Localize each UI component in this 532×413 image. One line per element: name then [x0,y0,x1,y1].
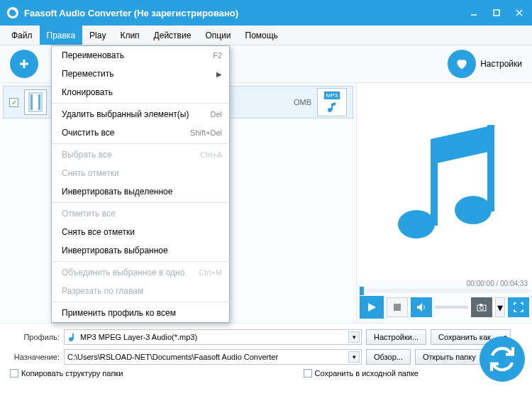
edit-menu-dropdown: ПереименоватьF2 Переместить▶ Клонировать… [51,45,230,323]
browse-button[interactable]: Обзор... [366,349,411,365]
chevron-down-icon[interactable]: ▾ [348,351,360,363]
separator [52,143,229,144]
preview-area [357,83,532,280]
svg-rect-30 [72,334,74,339]
svg-point-19 [455,196,492,224]
svg-marker-25 [417,303,422,312]
separator [52,302,229,302]
heart-icon [448,50,476,78]
menu-invert-selection[interactable]: Инвертировать выделенное [52,182,229,201]
svg-point-27 [480,307,484,310]
maximize-button[interactable] [487,4,506,21]
stop-button[interactable] [387,297,408,317]
separator [52,103,229,104]
snapshot-button[interactable] [471,297,492,317]
app-logo-icon [6,6,20,20]
file-checkbox[interactable]: ✓ [9,98,18,107]
music-file-icon [326,101,338,114]
svg-rect-28 [480,304,482,306]
chevron-right-icon: ▶ [216,70,222,78]
menu-action[interactable]: Действие [147,26,199,45]
file-thumb-icon [24,89,47,115]
play-button[interactable] [360,296,384,319]
menu-help[interactable]: Помощь [238,26,285,45]
music-note-icon [388,118,501,246]
title-bar: Faasoft Audio Converter (Не зарегистриро… [0,0,532,26]
profile-value: MP3 MPEG Layer-3 Audio(*.mp3) [80,333,197,341]
plus-icon [10,50,38,78]
profile-combobox[interactable]: MP3 MPEG Layer-3 Audio(*.mp3) ▾ [64,329,362,345]
menu-invert-checked[interactable]: Инвертировать выбранное [52,241,229,260]
player-controls: ▾ [357,296,532,323]
menu-uncheck-all[interactable]: Снять все отметки [52,223,229,241]
window-title: Faasoft Audio Converter (Не зарегистриро… [24,8,464,18]
menu-clone[interactable]: Клонировать [52,83,229,101]
menu-file[interactable]: Файл [4,26,40,45]
output-format-badge[interactable]: MP3 [317,88,347,116]
volume-slider[interactable] [435,306,468,309]
menu-select-all: Выбрать всеCtrl+A [52,145,229,164]
svg-marker-23 [368,303,376,312]
menu-rename[interactable]: ПереименоватьF2 [52,46,229,65]
settings-label: Настройки [480,59,522,69]
menu-uncheck: Снять отметки [52,164,229,182]
profile-label: Профиль: [7,333,60,341]
save-source-folder-checkbox[interactable]: Сохранить в исходной папке [304,369,419,378]
settings-button[interactable]: Настройки [448,50,522,78]
menu-bar: Файл Правка Play Клип Действие Опции Пом… [0,26,532,45]
menu-check-all: Отметить все [52,204,229,223]
menu-split: Разрезать по главам [52,282,229,300]
file-size: OMB [294,98,311,106]
fullscreen-button[interactable] [508,297,529,317]
svg-rect-15 [38,94,40,110]
menu-move[interactable]: Переместить▶ [52,65,229,83]
convert-button[interactable] [480,336,525,382]
dest-label: Назначение: [7,353,60,361]
menu-delete[interactable]: Удалить выбранный элемент(ы)Del [52,105,229,123]
dest-value: C:\Users\RSLOAD-NET\Documents\Faasoft Au… [67,353,278,361]
menu-options[interactable]: Опции [198,26,238,45]
profile-icon [67,332,77,342]
svg-rect-24 [394,304,401,311]
svg-rect-14 [31,94,33,110]
menu-play[interactable]: Play [82,26,113,45]
svg-marker-22 [431,125,494,165]
menu-apply-profile[interactable]: Применить профиль ко всем [52,304,229,322]
close-button[interactable] [509,4,529,21]
profile-settings-button[interactable]: Настройки... [366,329,426,345]
menu-merge: Объединить выбранное в одноCtrl+M [52,263,229,282]
preview-pane: 00:00:00 / 00:04:33 ▾ [356,83,532,323]
time-display: 00:00:00 / 00:04:33 [357,280,532,289]
keep-structure-checkbox[interactable]: Копировать структуру папки [10,369,123,378]
separator [52,261,229,262]
refresh-icon [488,345,516,373]
format-tag: MP3 [324,92,340,99]
svg-point-18 [398,210,435,238]
seek-slider[interactable] [360,289,529,293]
bottom-panel: Профиль: MP3 MPEG Layer-3 Audio(*.mp3) ▾… [0,324,532,387]
dest-input[interactable]: C:\Users\RSLOAD-NET\Documents\Faasoft Au… [64,349,362,365]
snapshot-dropdown[interactable]: ▾ [495,297,505,317]
svg-rect-3 [494,10,499,16]
menu-clip[interactable]: Клип [113,26,146,45]
add-file-button[interactable] [10,50,38,78]
minimize-button[interactable] [464,4,484,21]
separator [52,202,229,203]
menu-clear-all[interactable]: Очистить всеShift+Del [52,123,229,142]
open-folder-button[interactable]: Открыть папку [415,349,484,365]
mute-button[interactable] [411,297,432,317]
menu-edit[interactable]: Правка [40,26,83,45]
chevron-down-icon[interactable]: ▾ [348,331,360,343]
